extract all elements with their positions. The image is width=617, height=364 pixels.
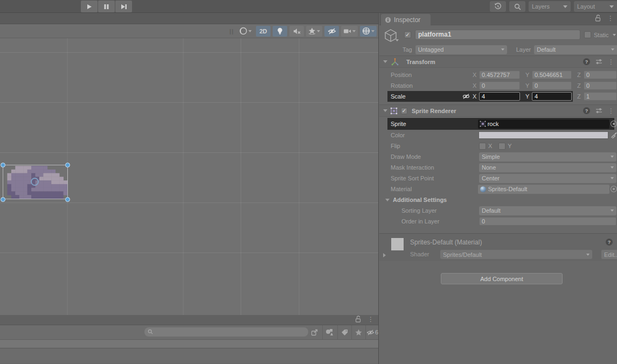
rotation-z-field[interactable]: 0 bbox=[584, 81, 617, 90]
chevron-down-icon[interactable] bbox=[371, 30, 375, 32]
component-enabled-checkbox[interactable]: ✓ bbox=[401, 108, 407, 114]
component-menu-icon[interactable]: ⋮ bbox=[608, 108, 614, 114]
chevron-down-icon bbox=[501, 48, 504, 51]
2d-mode-toggle[interactable]: 2D bbox=[256, 26, 271, 37]
chevron-down-icon bbox=[609, 5, 614, 8]
scene-viewport[interactable] bbox=[0, 38, 378, 315]
panel-menu-icon[interactable]: ⋮ bbox=[607, 16, 614, 21]
static-flags-chevron-icon[interactable] bbox=[613, 34, 616, 36]
audio-mute-toggle[interactable] bbox=[289, 26, 304, 37]
hidden-objects-toggle[interactable]: 6 bbox=[365, 325, 379, 339]
layer-dropdown[interactable]: Default bbox=[534, 45, 617, 54]
transform-header[interactable]: Transform ? ⋮ bbox=[379, 55, 617, 68]
effects-toggle-button[interactable] bbox=[306, 26, 322, 37]
mask-interaction-dropdown[interactable]: None bbox=[479, 163, 616, 172]
gameobject-name-field[interactable]: platforma1 bbox=[415, 30, 580, 40]
shader-dropdown[interactable]: Sprites/Default bbox=[440, 250, 592, 259]
bottom-panel-header: ⋮ bbox=[0, 315, 378, 325]
add-component-button[interactable]: Add Component bbox=[441, 273, 563, 284]
saved-search-button[interactable] bbox=[351, 325, 365, 339]
pause-button[interactable] bbox=[98, 1, 115, 12]
sprite-renderer-header[interactable]: ✓ Sprite Renderer ? ⋮ bbox=[379, 104, 617, 117]
scene-visibility-toggle[interactable] bbox=[324, 26, 339, 37]
selection-handle-top-left[interactable] bbox=[1, 163, 5, 167]
scale-y-field[interactable]: 4 bbox=[532, 92, 572, 101]
component-menu-icon[interactable]: ⋮ bbox=[608, 59, 614, 65]
chevron-down-icon[interactable] bbox=[248, 30, 252, 32]
eyedropper-icon[interactable] bbox=[611, 132, 617, 138]
presets-icon[interactable] bbox=[595, 108, 602, 114]
draw-mode-dropdown[interactable]: Simple bbox=[479, 152, 616, 162]
position-y-field[interactable]: 0.5046651 bbox=[532, 71, 572, 79]
bottom-panel-content[interactable] bbox=[0, 348, 378, 363]
selection-handle-bottom-left[interactable] bbox=[1, 197, 5, 202]
sprite-sort-point-dropdown[interactable]: Center bbox=[479, 174, 616, 183]
object-picker-icon[interactable] bbox=[611, 186, 617, 192]
foldout-icon[interactable] bbox=[383, 109, 387, 112]
help-icon[interactable]: ? bbox=[606, 239, 613, 246]
sprite-object-field[interactable]: rock bbox=[478, 120, 610, 129]
tab-inspector[interactable]: Inspector bbox=[381, 14, 431, 25]
object-picker-icon[interactable] bbox=[611, 121, 617, 127]
toolbar-drag-handle[interactable]: || bbox=[230, 28, 234, 34]
step-button[interactable] bbox=[115, 1, 132, 12]
static-checkbox[interactable] bbox=[584, 31, 591, 38]
chevron-down-icon bbox=[611, 166, 614, 169]
shader-edit-button[interactable]: Edit... bbox=[601, 250, 617, 259]
flip-y-checkbox[interactable] bbox=[498, 143, 505, 150]
foldout-icon[interactable] bbox=[383, 253, 386, 257]
foldout-icon[interactable] bbox=[385, 199, 390, 201]
tag-dropdown[interactable]: Untagged bbox=[415, 45, 507, 54]
icon-picker-chevron-icon[interactable] bbox=[396, 39, 399, 41]
play-button[interactable] bbox=[81, 1, 98, 12]
scene-lighting-toggle[interactable] bbox=[273, 26, 287, 37]
material-object-field[interactable]: Sprites-Default bbox=[478, 185, 610, 194]
transform-title: Transform bbox=[406, 59, 435, 65]
gizmos-toggle-button[interactable] bbox=[360, 26, 377, 37]
shading-mode-button[interactable] bbox=[237, 26, 254, 37]
filter-by-label-button[interactable] bbox=[337, 325, 351, 339]
lock-open-icon[interactable] bbox=[355, 316, 361, 323]
color-row: Color bbox=[379, 130, 617, 141]
selection-handle-bottom-right[interactable] bbox=[65, 197, 70, 202]
search-input[interactable] bbox=[144, 327, 308, 337]
rotation-x-field[interactable]: 0 bbox=[479, 81, 520, 90]
layers-dropdown[interactable]: Layers bbox=[529, 1, 571, 12]
scale-x-field[interactable]: 4 bbox=[479, 92, 520, 101]
undo-history-button[interactable] bbox=[490, 1, 506, 12]
shader-label: Shader bbox=[410, 251, 429, 257]
foldout-icon[interactable] bbox=[383, 60, 387, 63]
additional-settings-row[interactable]: Additional Settings bbox=[379, 194, 617, 205]
open-in-window-button[interactable] bbox=[307, 325, 321, 339]
presets-icon[interactable] bbox=[595, 59, 602, 65]
search-button[interactable] bbox=[509, 1, 525, 12]
layout-dropdown[interactable]: Layout bbox=[574, 1, 617, 12]
position-z-field[interactable]: 0 bbox=[584, 71, 617, 79]
panel-menu-icon[interactable]: ⋮ bbox=[368, 317, 374, 322]
lock-open-icon[interactable] bbox=[595, 15, 601, 22]
sorting-layer-dropdown[interactable]: Default bbox=[479, 206, 616, 215]
speaker-muted-icon bbox=[293, 28, 301, 34]
scene-view-panel: || 2D bbox=[0, 13, 379, 364]
scale-z-field[interactable]: 1 bbox=[584, 92, 617, 101]
chevron-down-icon[interactable] bbox=[352, 30, 356, 32]
help-icon[interactable]: ? bbox=[583, 58, 590, 65]
order-in-layer-field[interactable]: 0 bbox=[479, 217, 616, 226]
sprite-pivot-handle[interactable] bbox=[31, 178, 39, 186]
scene-camera-settings-button[interactable] bbox=[341, 26, 358, 37]
filter-by-type-button[interactable] bbox=[322, 325, 336, 339]
help-icon[interactable]: ? bbox=[583, 107, 590, 114]
sprite-value: rock bbox=[488, 121, 499, 127]
flip-x-checkbox[interactable] bbox=[479, 143, 486, 150]
color-swatch[interactable] bbox=[479, 131, 608, 139]
rotation-y-field[interactable]: 0 bbox=[532, 81, 572, 90]
chevron-down-icon[interactable] bbox=[317, 30, 320, 32]
chevron-down-icon bbox=[611, 48, 614, 51]
axis-z-label: Z bbox=[577, 93, 581, 100]
material-preview-thumbnail[interactable] bbox=[391, 238, 404, 250]
selection-handle-top-right[interactable] bbox=[65, 163, 70, 167]
position-x-field[interactable]: 0.4572757 bbox=[479, 71, 520, 79]
star-icon bbox=[355, 329, 362, 336]
unlink-scale-icon[interactable] bbox=[462, 93, 470, 100]
active-checkbox[interactable]: ✓ bbox=[404, 31, 411, 38]
